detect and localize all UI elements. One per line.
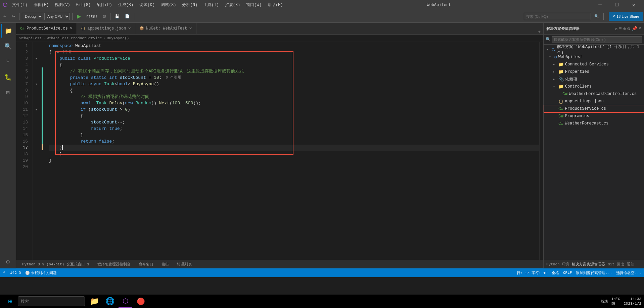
tree-weather-forecast[interactable]: C# WeatherForecast.cs [544,120,644,127]
minimize-button[interactable]: ─ [592,0,608,10]
menu-file[interactable]: 文件(F) [9,0,30,10]
save-button[interactable]: 💾 [113,12,122,21]
menu-analyze[interactable]: 分析(N) [179,0,200,10]
undo-button[interactable]: ↩ [1,12,8,21]
bottom-tab-errors[interactable]: 错误列表 [174,260,195,268]
se-settings-icon[interactable]: ⚙ [627,26,630,32]
minimap[interactable] [539,42,543,260]
se-sync-icon[interactable]: ↺ [615,26,617,32]
start-button[interactable]: ⊞ [3,294,18,308]
se-close-icon[interactable]: × [639,26,641,32]
live-share-button[interactable]: ↗ 13 Live Share [609,12,643,21]
se-collapse-icon[interactable]: ≡ [619,26,622,32]
interpreter-status[interactable]: 选择命名空... [616,270,641,275]
search-button[interactable]: 🔍 [592,12,601,21]
close-button[interactable]: ✕ [626,0,641,10]
bottom-tab-python[interactable]: Python 3.9 (64-bit) 交互式窗口 1 [19,260,93,268]
tree-properties[interactable]: ▸ 📁 Properties [544,68,644,75]
collapse-if-btn[interactable]: ▾ [33,106,40,113]
prog-label: Program.cs [565,114,589,118]
gutter-10 [33,100,40,106]
settings-icon[interactable]: ⚙ [1,255,15,268]
breadcrumb-productservice[interactable]: WebApiTest.ProductService [47,36,102,40]
tree-dependencies[interactable]: ▸ 📎 依赖项 [544,75,644,83]
solution-exp-tab[interactable]: 解决方案资源管理器 [572,262,605,267]
solution-root[interactable]: ▾ 🗂 解决方案 'WebApiTest' (1 个项目，共 1 个) [544,46,644,53]
menu-edit[interactable]: 编辑(E) [31,0,52,10]
breadcrumb-buyasync[interactable]: BuyAsync() [107,36,129,40]
redo-button[interactable]: ↪ [10,12,17,21]
menu-tools[interactable]: 工具(T) [201,0,222,10]
global-search-input[interactable] [524,13,591,20]
menu-help[interactable]: 帮助(H) [265,0,286,10]
se-pin-icon[interactable]: 📌 [632,26,637,32]
debug-config-select[interactable]: Debug [22,13,43,20]
error-label: 未找到相关问题 [31,270,57,275]
collapse-method-btn[interactable]: ▾ [33,81,40,87]
menu-git[interactable]: Git(G) [74,0,93,10]
new-file-button[interactable]: 📄 [123,12,132,21]
taskbar-time-area[interactable]: 14:33 2023/1/2 [624,297,641,306]
tree-connected-services[interactable]: ▸ 📁 Connected Services [544,61,644,68]
tab-appsettings-close[interactable]: × [128,26,131,31]
taskbar-edge[interactable]: 🌐 [103,295,117,308]
restore-button[interactable]: □ [609,0,625,10]
tree-appsettings[interactable]: {} appsettings.json [544,98,644,105]
error-status[interactable]: ⚪ 未找到相关问题 [25,270,57,275]
code-editor[interactable]: 1 2 3 4 5 6 7 8 9 10 11 12 13 14 15 16 1… [16,42,543,260]
run-button[interactable]: ▶ [75,12,83,21]
menu-build[interactable]: 生成(B) [116,0,136,10]
error-icon: ⚪ [25,271,30,275]
position-status[interactable]: 行: 17 字符: 10 [517,270,548,275]
project-label: WebApiTest [558,55,583,59]
bottom-tab-cmd[interactable]: 命令窗口 [135,260,157,268]
menu-extensions[interactable]: 扩展(X) [222,0,243,10]
tab-product-service-close[interactable]: × [70,26,73,31]
taskbar-search-input[interactable] [18,296,85,306]
tab-nuget[interactable]: 📦 NuGet: WebApiTest × [135,23,196,34]
tree-program[interactable]: C# Program.cs [544,112,644,120]
menu-view[interactable]: 视图(V) [52,0,73,10]
solution-search-input[interactable] [552,36,642,43]
tab-appsettings[interactable]: {} appsettings.json × [77,23,135,34]
menu-debug[interactable]: 调试(D) [137,0,157,10]
project-icon: ⚙ [554,54,557,60]
search-activity-icon[interactable]: 🔍 [1,40,15,53]
encoding-status[interactable]: CRLF [563,271,572,275]
tab-nuget-close[interactable]: × [189,26,192,31]
zoom-status[interactable]: 142 % [10,271,21,275]
extensions-icon[interactable]: ⊞ [1,86,15,99]
bottom-tab-nuget-mgr[interactable]: 程序包管理器控制台 [94,260,134,268]
debug-activity-icon[interactable]: 🐛 [1,70,15,84]
menu-project[interactable]: 项目(P) [94,0,115,10]
tree-controllers[interactable]: ▾ 📁 Controllers [544,83,644,90]
python-env-tab[interactable]: Python 环境 [546,262,569,267]
prog-cs-icon: C# [558,114,564,119]
collapse-class-btn[interactable]: ▾ [33,55,40,62]
explorer-icon[interactable]: 📁 [1,24,15,38]
taskbar-file-explorer[interactable]: 📁 [88,295,101,308]
platform-select[interactable]: Any CPU [44,13,70,20]
gutter-8 [33,87,40,94]
menu-window[interactable]: 窗口(W) [243,0,264,10]
git-icon[interactable]: ⑂ [1,55,15,68]
add-tab-button[interactable]: + [535,29,543,34]
bottom-tab-output[interactable]: 输出 [158,260,172,268]
tab-product-service[interactable]: C# ProductService.cs × [16,23,77,34]
tree-weather-ctrl[interactable]: C# WeatherForecastController.cs [544,90,644,98]
taskbar-chrome[interactable]: 🔴 [134,295,147,308]
se-filter-icon[interactable]: ⊕ [623,26,626,32]
attach-button[interactable]: ⊡ [101,12,108,21]
ps-cs-icon: C# [558,106,564,111]
breadcrumb-sep-1: › [43,36,45,40]
notifications-tab[interactable]: 通知 [627,262,634,267]
indent-status[interactable]: 全格 [552,270,559,275]
git-branch-status[interactable]: ⑂ [3,271,6,275]
code-content[interactable]: namespace WebApiTest { 0 个引用 public clas… [45,42,539,260]
git-changes-tab[interactable]: Git 更改 [608,262,624,267]
menu-test[interactable]: 测试(S) [158,0,179,10]
breadcrumb-webapi[interactable]: WebApiTest [19,36,42,40]
taskbar-visual-studio[interactable]: ⬡ [119,295,132,308]
tree-product-service[interactable]: C# ProductService.cs [544,105,644,112]
add-source-status[interactable]: 添加到源代码管理... [576,270,612,275]
